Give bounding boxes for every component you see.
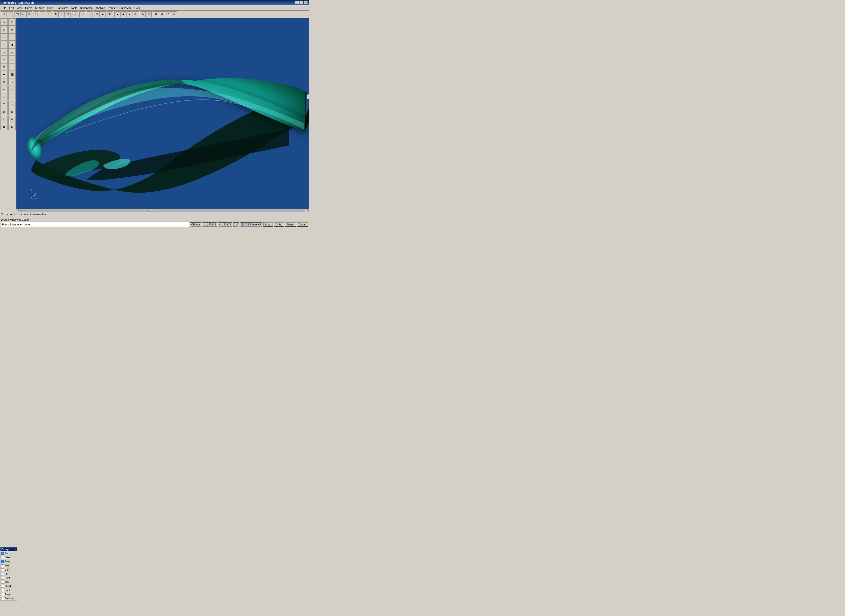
viewport-scroll-handle[interactable]	[307, 94, 309, 99]
toolbar-btn-redo[interactable]: ↪	[87, 11, 92, 17]
left-toolbar-btn-28[interactable]: ⊠	[0, 123, 8, 131]
3d-shape-canvas	[16, 18, 309, 209]
toolbar-btn-zoom-out[interactable]: 🔎	[79, 11, 85, 17]
toolbar-btn-undo[interactable]: ↩	[40, 11, 45, 17]
left-toolbar-btn-5[interactable]: ~	[9, 33, 16, 41]
toolbar-btn-settings[interactable]: ⚙	[153, 11, 159, 17]
toolbar-btn-zoom-extents[interactable]: ⊞	[65, 11, 71, 17]
viewport[interactable]: Top	[16, 18, 309, 209]
toolbar-btn-hide[interactable]: H	[107, 11, 113, 17]
toolbar-btn-color1[interactable]: ●	[114, 11, 120, 17]
toolbar-btn-save[interactable]: 💾	[14, 11, 20, 17]
left-toolbar-btn-27[interactable]: ⊟	[9, 116, 16, 123]
menu-bar: FileEditViewCurveSurfaceSolidTransformTo…	[0, 5, 309, 10]
left-toolbar-btn-24[interactable]: ⊞	[0, 108, 8, 115]
left-toolbar-btn-7[interactable]: ◑	[9, 41, 16, 48]
left-toolbar-btn-23[interactable]: •	[9, 101, 16, 108]
left-toolbar-btn-26[interactable]: □	[0, 116, 8, 123]
ortho-button[interactable]: Ortho	[274, 222, 284, 227]
snap-button[interactable]: Snap	[263, 222, 273, 227]
title-bar-buttons: − □ ×	[295, 1, 308, 4]
toolbar-btn-copy[interactable]: ⧉	[26, 11, 32, 17]
left-toolbar-btn-13[interactable]: ⬜	[9, 63, 16, 70]
left-toolbar-btn-17[interactable]: ∿	[9, 78, 16, 85]
toolbar-separator	[32, 11, 33, 17]
close-button[interactable]: ×	[304, 1, 308, 4]
toolbar-btn-pan[interactable]: ✋	[45, 11, 51, 17]
menu-item-curve[interactable]: Curve	[23, 6, 34, 10]
title-bar: Rhinoceros - Untitled.3dm − □ ×	[0, 0, 309, 5]
command-line-1: Press Enter when done: ZoomWindow	[1, 213, 308, 216]
toolbar-btn-zoom-window[interactable]: ⬚	[59, 11, 65, 17]
toolbar-btn-new[interactable]: □	[1, 11, 7, 17]
toolbar-btn-render-quick[interactable]: ▶	[100, 11, 106, 17]
left-toolbar-btn-25[interactable]: ⊡	[9, 108, 16, 115]
toolbar-btn-zoom-in[interactable]: 🔍	[72, 11, 78, 17]
left-toolbar-btn-15[interactable]: ⬛	[9, 71, 16, 78]
menu-item-dimension[interactable]: Dimension	[79, 6, 94, 10]
menu-item-tools[interactable]: Tools	[69, 6, 79, 10]
status-bar: Press Enter when done: CPlane x -2.57e05…	[0, 221, 309, 227]
left-toolbar-btn-16[interactable]: ⊙	[0, 78, 8, 85]
left-toolbar-btn-21[interactable]: ⚡	[9, 93, 16, 100]
left-toolbar-btn-0[interactable]: ↖	[0, 18, 8, 26]
menu-item-solid[interactable]: Solid	[46, 6, 54, 10]
menu-item-help[interactable]: Help	[133, 6, 141, 10]
scroll-left-button[interactable]: ◀	[17, 210, 20, 212]
menu-item-render[interactable]: Render	[107, 6, 118, 10]
bottom-scrollbar: ◀ ▶	[16, 209, 309, 212]
left-toolbar-btn-6[interactable]: ○	[0, 41, 8, 48]
viewport-container: Top	[16, 18, 309, 212]
scroll-thumb[interactable]	[148, 210, 153, 212]
toolbar-btn-grid[interactable]: ⊞	[94, 11, 100, 17]
left-toolbar-btn-19[interactable]: ⌓	[9, 86, 16, 93]
toolbar-btn-snap-all[interactable]: ⊕	[146, 11, 152, 17]
toolbar-btn-paste[interactable]: 📋	[34, 11, 40, 17]
toolbar-btn-render-settings[interactable]: ⚙	[159, 11, 165, 17]
command-area: Press Enter when done: ZoomWindow Drag a…	[0, 212, 309, 221]
left-toolbar-btn-11[interactable]: ⬡	[9, 56, 16, 63]
menu-item-surface[interactable]: Surface	[34, 6, 46, 10]
left-toolbar-btn-18[interactable]: ⊗	[0, 86, 8, 93]
title-bar-text: Rhinoceros - Untitled.3dm	[1, 1, 35, 4]
menu-item-edit[interactable]: Edit	[8, 6, 15, 10]
left-toolbar-btn-8[interactable]: ●	[0, 48, 8, 56]
left-toolbar-btn-14[interactable]: ☰	[0, 71, 8, 78]
toolbar-btn-cut[interactable]: ✂	[20, 11, 26, 17]
left-toolbar-btn-20[interactable]: 🔧	[0, 93, 8, 100]
toolbar-btn-dark-sphere[interactable]: ◍	[132, 11, 138, 17]
left-toolbar-btn-1[interactable]: □	[9, 18, 16, 26]
toolbar-btn-light[interactable]: ◎	[140, 11, 145, 17]
menu-item-view[interactable]: View	[15, 6, 24, 10]
left-toolbar-btn-4[interactable]: ∿	[0, 33, 8, 41]
scroll-track[interactable]	[20, 210, 305, 212]
command-input-area[interactable]: Press Enter when done:	[1, 222, 189, 227]
minimize-button[interactable]: −	[295, 1, 299, 4]
left-toolbar-btn-22[interactable]: T	[0, 101, 8, 108]
toolbar-btn-help[interactable]: ?	[165, 11, 171, 17]
left-toolbar-btn-10[interactable]: ▽	[0, 56, 8, 63]
toolbar-btn-sphere[interactable]: ●	[126, 11, 132, 17]
left-toolbar-btn-2[interactable]: ⊡	[0, 26, 8, 33]
menu-item-rhinoman[interactable]: RhinoMan	[118, 6, 133, 10]
menu-item-analyze[interactable]: Analyze	[94, 6, 106, 10]
y-coordinate: y 1.83e05	[218, 222, 232, 227]
toolbar-btn-rotate[interactable]: ↻	[53, 11, 59, 17]
toolbar-btn-extra[interactable]: ≡	[171, 11, 177, 17]
maximize-button[interactable]: □	[299, 1, 303, 4]
toolbar-btn-open[interactable]: 📂	[7, 11, 13, 17]
toolbar-separator	[93, 11, 94, 17]
left-toolbar-btn-9[interactable]: △	[9, 48, 16, 56]
left-toolbar-btn-12[interactable]: ◻	[0, 63, 8, 70]
planar-button[interactable]: Planar	[285, 222, 296, 227]
left-toolbar-btn-3[interactable]: ⊞	[9, 26, 16, 33]
scroll-right-button[interactable]: ▶	[306, 210, 308, 212]
toolbar-separator	[113, 11, 114, 17]
left-toolbar-btn-29[interactable]: ⊞	[9, 123, 16, 131]
menu-item-file[interactable]: File	[0, 6, 8, 10]
toolbar-btn-color2[interactable]: ◉	[120, 11, 126, 17]
toolbar-separator	[139, 11, 139, 17]
menu-item-transform[interactable]: Transform	[54, 6, 69, 10]
toolbar-separator	[78, 11, 79, 17]
osnap-button[interactable]: Osnap	[297, 222, 308, 227]
